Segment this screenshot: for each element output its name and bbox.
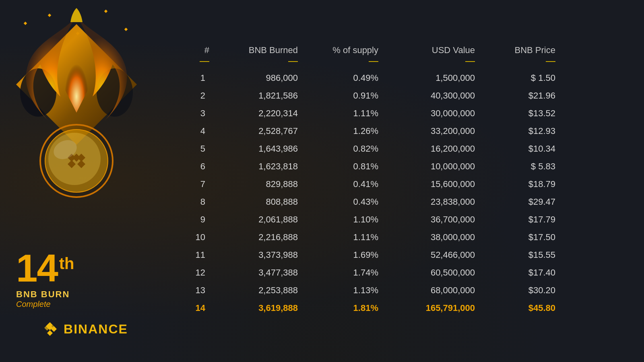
cell-pct: 0.49%	[298, 71, 378, 85]
cell-bnb: 2,253,888	[209, 284, 298, 297]
cell-usd: 10,000,000	[378, 160, 475, 173]
table-row: 2 1,821,586 0.91% 40,300,000 $21.96	[177, 87, 612, 105]
cell-bnb: 2,216,888	[209, 230, 298, 244]
cell-num: 9	[177, 213, 209, 226]
right-panel: # BNB Burned % of supply USD Value BNB P…	[153, 29, 644, 333]
divider-4	[465, 61, 475, 62]
burn-suffix: th	[59, 255, 74, 273]
cell-price: $29.47	[475, 195, 555, 209]
cell-num: 5	[177, 142, 209, 156]
cell-pct: 1.81%	[298, 301, 378, 315]
cell-bnb: 829,888	[209, 177, 298, 191]
cell-price: $15.55	[475, 248, 555, 262]
cell-bnb: 2,061,888	[209, 213, 298, 226]
cell-bnb: 986,000	[209, 71, 298, 85]
cell-usd: 52,466,000	[378, 248, 475, 262]
cell-usd: 60,500,000	[378, 266, 475, 280]
table-header: # BNB Burned % of supply USD Value BNB P…	[177, 45, 612, 60]
table-row: 1 986,000 0.49% 1,500,000 $ 1.50	[177, 69, 612, 87]
table-row: 5 1,643,986 0.82% 16,200,000 $10.34	[177, 140, 612, 158]
cell-price: $17.79	[475, 213, 555, 226]
divider-1	[200, 61, 209, 62]
burn-title: BNB BURN	[16, 290, 153, 299]
table-row: 4 2,528,767 1.26% 33,200,000 $12.93	[177, 122, 612, 140]
cell-price: $30.20	[475, 284, 555, 297]
cell-num: 2	[177, 89, 209, 103]
cell-num: 14	[177, 301, 209, 315]
cell-bnb: 3,373,988	[209, 248, 298, 262]
cell-usd: 15,600,000	[378, 177, 475, 191]
table-row: 14 3,619,888 1.81% 165,791,000 $45.80	[177, 299, 612, 317]
header-dividers	[177, 61, 612, 62]
burn-table: # BNB Burned % of supply USD Value BNB P…	[177, 45, 612, 317]
burn-info: 14 th BNB BURN Complete	[0, 249, 153, 309]
burn-subtitle: Complete	[16, 300, 153, 309]
cell-pct: 0.82%	[298, 142, 378, 156]
table-row: 13 2,253,888 1.13% 68,000,000 $30.20	[177, 282, 612, 299]
binance-name: BINANCE	[64, 322, 128, 337]
cell-price: $10.34	[475, 142, 555, 156]
table-row: 9 2,061,888 1.10% 36,700,000 $17.79	[177, 211, 612, 228]
cell-pct: 0.81%	[298, 160, 378, 173]
binance-icon	[41, 320, 59, 338]
col-header-usd: USD Value	[378, 45, 475, 56]
table-row: 3 2,220,314 1.11% 30,000,000 $13.52	[177, 105, 612, 122]
cell-pct: 0.41%	[298, 177, 378, 191]
cell-usd: 1,500,000	[378, 71, 475, 85]
cell-bnb: 1,643,986	[209, 142, 298, 156]
binance-logo: BINANCE	[25, 320, 128, 338]
cell-usd: 23,838,000	[378, 195, 475, 209]
cell-usd: 68,000,000	[378, 284, 475, 297]
cell-num: 13	[177, 284, 209, 297]
cell-num: 1	[177, 71, 209, 85]
cell-num: 11	[177, 248, 209, 262]
cell-num: 7	[177, 177, 209, 191]
cell-usd: 33,200,000	[378, 124, 475, 138]
cell-pct: 0.91%	[298, 89, 378, 103]
col-header-price: BNB Price	[475, 45, 555, 56]
cell-pct: 1.10%	[298, 213, 378, 226]
cell-num: 3	[177, 107, 209, 120]
cell-price: $ 5.83	[475, 160, 555, 173]
cell-pct: 1.13%	[298, 284, 378, 297]
cell-pct: 1.74%	[298, 266, 378, 280]
cell-usd: 38,000,000	[378, 230, 475, 244]
cell-pct: 1.69%	[298, 248, 378, 262]
table-row: 7 829,888 0.41% 15,600,000 $18.79	[177, 175, 612, 193]
cell-num: 8	[177, 195, 209, 209]
cell-usd: 30,000,000	[378, 107, 475, 120]
cell-num: 4	[177, 124, 209, 138]
cell-num: 12	[177, 266, 209, 280]
flame-icon	[0, 0, 153, 225]
table-row: 10 2,216,888 1.11% 38,000,000 $17.50	[177, 228, 612, 246]
cell-num: 6	[177, 160, 209, 173]
cell-usd: 165,791,000	[378, 301, 475, 315]
cell-price: $21.96	[475, 89, 555, 103]
divider-3	[369, 61, 378, 62]
cell-usd: 40,300,000	[378, 89, 475, 103]
cell-bnb: 3,619,888	[209, 301, 298, 315]
cell-bnb: 1,623,818	[209, 160, 298, 173]
table-body: 1 986,000 0.49% 1,500,000 $ 1.50 2 1,821…	[177, 69, 612, 317]
cell-price: $17.50	[475, 230, 555, 244]
col-header-bnb: BNB Burned	[209, 45, 298, 56]
col-header-num: #	[177, 45, 209, 56]
cell-pct: 1.11%	[298, 230, 378, 244]
table-row: 6 1,623,818 0.81% 10,000,000 $ 5.83	[177, 158, 612, 175]
left-panel: 14 th BNB BURN Complete BINANCE	[0, 0, 153, 362]
cell-bnb: 808,888	[209, 195, 298, 209]
cell-bnb: 2,220,314	[209, 107, 298, 120]
table-row: 11 3,373,988 1.69% 52,466,000 $15.55	[177, 246, 612, 264]
table-row: 12 3,477,388 1.74% 60,500,000 $17.40	[177, 264, 612, 282]
cell-pct: 1.26%	[298, 124, 378, 138]
divider-2	[288, 61, 298, 62]
cell-bnb: 3,477,388	[209, 266, 298, 280]
burn-number: 14	[16, 249, 58, 288]
cell-price: $13.52	[475, 107, 555, 120]
burn-number-row: 14 th	[16, 249, 153, 288]
cell-bnb: 1,821,586	[209, 89, 298, 103]
cell-bnb: 2,528,767	[209, 124, 298, 138]
cell-price: $17.40	[475, 266, 555, 280]
table-row: 8 808,888 0.43% 23,838,000 $29.47	[177, 193, 612, 211]
divider-5	[546, 61, 555, 62]
